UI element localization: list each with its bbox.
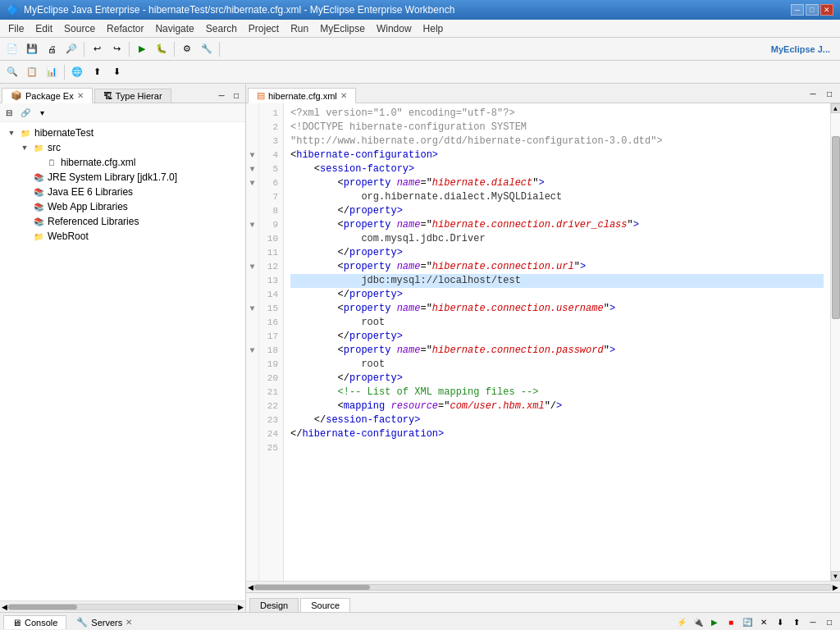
tree-item-4[interactable]: 📚Java EE 6 Libraries — [3, 185, 242, 199]
fold-marker-12[interactable]: ▼ — [246, 260, 258, 274]
vscroll-thumb[interactable] — [832, 136, 840, 319]
line-num-25: 25 — [264, 441, 278, 455]
bp-ctrl-5[interactable]: 🔄 — [740, 615, 755, 630]
debug-button[interactable]: 🐛 — [153, 40, 171, 58]
tab-type-hierarchy[interactable]: 🏗 Type Hierar — [94, 89, 171, 103]
menu-window[interactable]: Window — [372, 21, 417, 36]
editor-hscroll-thumb[interactable] — [254, 585, 370, 590]
menu-edit[interactable]: Edit — [30, 21, 57, 36]
menu-file[interactable]: File — [3, 21, 29, 36]
toolbar-btn-11[interactable]: 🔧 — [198, 40, 216, 58]
collapse-all-button[interactable]: ⊟ — [2, 105, 16, 120]
fold-marker-5[interactable]: ▼ — [246, 162, 258, 176]
menu-refactor[interactable]: Refactor — [102, 21, 148, 36]
menu-myeclipse[interactable]: MyEclipse — [315, 21, 370, 36]
close-servers-tab[interactable]: ✕ — [126, 618, 132, 627]
hscroll-track[interactable] — [7, 604, 238, 610]
title-controls[interactable]: ─ □ ✕ — [791, 4, 833, 16]
editor-hscroll[interactable]: ◀ ▶ — [246, 581, 840, 592]
new-button[interactable]: 📄 — [3, 40, 21, 58]
bp-ctrl-2[interactable]: 🔌 — [691, 615, 705, 630]
tab-package-explorer[interactable]: 📦 Package Ex ✕ — [2, 88, 93, 103]
bp-ctrl-6[interactable]: ✕ — [756, 615, 771, 630]
tab-design[interactable]: Design — [249, 598, 299, 612]
tree-arrow-1[interactable]: ▼ — [20, 144, 30, 152]
maximize-editor[interactable]: □ — [822, 86, 837, 101]
tree-label-link-3[interactable]: [jdk1.7.0] — [137, 171, 177, 183]
menu-navigate[interactable]: Navigate — [150, 21, 199, 36]
maximize-button[interactable]: □ — [806, 4, 819, 16]
vscroll-up[interactable]: ▲ — [831, 103, 841, 113]
undo-button[interactable]: ↩ — [88, 40, 106, 58]
fold-marker-6[interactable]: ▼ — [246, 176, 258, 190]
run-button[interactable]: ▶ — [133, 40, 151, 58]
bp-ctrl-1[interactable]: ⚡ — [674, 615, 689, 630]
toolbar-btn-3[interactable]: 🖨 — [43, 40, 61, 58]
toolbar-btn-4[interactable]: 🔎 — [62, 40, 80, 58]
fold-marker-18[interactable]: ▼ — [246, 344, 258, 358]
menu-source[interactable]: Source — [59, 21, 100, 36]
maximize-left-panel[interactable]: □ — [229, 88, 244, 103]
close-package-tab[interactable]: ✕ — [77, 91, 84, 100]
tree-item-1[interactable]: ▼📁src — [3, 140, 242, 155]
tree-item-7[interactable]: 📁WebRoot — [3, 229, 242, 244]
maximize-bp[interactable]: □ — [822, 615, 837, 630]
minimize-editor[interactable]: ─ — [806, 86, 820, 101]
tree-item-3[interactable]: 📚JRE System Library [jdk1.7.0] — [3, 170, 242, 185]
left-panel-scrollbar[interactable]: ◀ ▶ — [0, 600, 245, 612]
scroll-right-btn[interactable]: ▶ — [238, 603, 244, 611]
fold-marker-9[interactable]: ▼ — [246, 218, 258, 232]
redo-button[interactable]: ↪ — [107, 40, 126, 58]
menu-project[interactable]: Project — [244, 21, 284, 36]
menu-run[interactable]: Run — [285, 21, 313, 36]
menu-help[interactable]: Help — [418, 21, 449, 36]
tree-arrow-0[interactable]: ▼ — [7, 129, 16, 137]
toolbar-btn-10[interactable]: ⚙ — [178, 40, 196, 58]
editor-hscroll-track[interactable] — [253, 584, 833, 591]
fold-marker-14 — [246, 288, 258, 302]
close-button[interactable]: ✕ — [820, 4, 833, 16]
tree-item-6[interactable]: 📚Referenced Libraries — [3, 214, 242, 229]
minimize-bp[interactable]: ─ — [806, 615, 820, 630]
minimize-button[interactable]: ─ — [791, 4, 804, 16]
toolbar2-btn-1[interactable]: 🔍 — [3, 63, 21, 81]
toolbar2-btn-4[interactable]: 🌐 — [68, 63, 86, 81]
line-num-2: 2 — [264, 121, 278, 135]
vscroll-down[interactable]: ▼ — [831, 571, 841, 581]
fold-marker-4[interactable]: ▼ — [246, 148, 258, 162]
editor-scroll-left[interactable]: ◀ — [248, 583, 253, 591]
scroll-left-btn[interactable]: ◀ — [2, 603, 7, 611]
toolbar2-btn-2[interactable]: 📋 — [23, 63, 41, 81]
vscroll-track[interactable] — [831, 113, 841, 571]
fold-marker-15[interactable]: ▼ — [246, 302, 258, 316]
code-line-20: </property> — [290, 372, 824, 386]
code-area[interactable]: ▼▼▼▼▼▼▼ 12345678910111213141516171819202… — [246, 103, 840, 581]
tab-servers[interactable]: 🔧 Servers ✕ — [68, 615, 140, 629]
code-line-16: root — [290, 316, 824, 330]
bp-ctrl-7[interactable]: ⬇ — [773, 615, 788, 630]
left-tabs: 📦 Package Ex ✕ 🏗 Type Hierar ─ □ — [0, 84, 245, 103]
tree-item-2[interactable]: 🗒hibernate.cfg.xml — [3, 155, 242, 170]
toolbar2-btn-6[interactable]: ⬇ — [107, 63, 126, 81]
minimize-left-panel[interactable]: ─ — [214, 88, 229, 103]
line-num-20: 20 — [264, 372, 278, 386]
editor-scroll-right[interactable]: ▶ — [833, 583, 838, 591]
menu-search[interactable]: Search — [201, 21, 242, 36]
view-menu-button[interactable]: ▾ — [34, 105, 49, 120]
tree-item-5[interactable]: 📚Web App Libraries — [3, 199, 242, 214]
toolbar-btn-2[interactable]: 💾 — [23, 40, 41, 58]
editor-vscroll[interactable]: ▲ ▼ — [830, 103, 840, 581]
tab-hibernate-cfg[interactable]: ▤ hibernate.cfg.xml ✕ — [248, 88, 356, 103]
code-content[interactable]: <?xml version="1.0" encoding="utf-8"?><!… — [284, 103, 830, 581]
toolbar2-btn-3[interactable]: 📊 — [43, 63, 61, 81]
bp-ctrl-8[interactable]: ⬆ — [789, 615, 804, 630]
close-editor-tab[interactable]: ✕ — [340, 91, 347, 100]
tab-console[interactable]: 🖥 Console — [3, 615, 66, 629]
run-server-btn[interactable]: ▶ — [707, 615, 722, 630]
stop-server-btn[interactable]: ■ — [724, 615, 738, 630]
toolbar2-btn-5[interactable]: ⬆ — [88, 63, 106, 81]
link-editor-button[interactable]: 🔗 — [18, 105, 33, 120]
tree-item-0[interactable]: ▼📁hibernateTest — [3, 126, 242, 140]
hscroll-thumb[interactable] — [8, 605, 77, 609]
tab-source[interactable]: Source — [300, 598, 350, 612]
